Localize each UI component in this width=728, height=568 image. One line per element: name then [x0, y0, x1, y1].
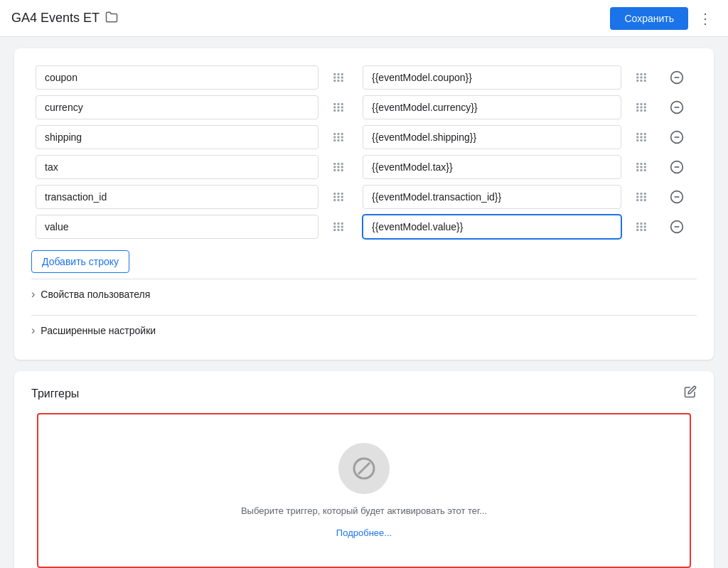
svg-rect-3: [337, 73, 339, 75]
triggers-header: Триггеры: [31, 385, 697, 402]
val-cell-2: [358, 122, 626, 152]
svg-rect-63: [337, 163, 339, 165]
more-options-icon[interactable]: ⋮: [694, 7, 717, 30]
svg-rect-81: [333, 196, 336, 198]
trigger-empty-area[interactable]: Выберите триггер, который будет активиро…: [37, 413, 691, 568]
val-picker-cell-5: [626, 212, 661, 242]
user-properties-section[interactable]: › Свойства пользователя: [31, 279, 697, 309]
svg-rect-5: [337, 80, 339, 82]
val-cell-3: [358, 152, 626, 182]
val-picker-icon-4[interactable]: [630, 186, 653, 208]
svg-rect-92: [640, 193, 642, 195]
key-input-3[interactable]: [36, 155, 318, 179]
key-picker-icon-3[interactable]: [327, 156, 350, 178]
triggers-card: Триггеры Выберите триггер, который будет…: [14, 371, 714, 568]
val-picker-icon-2[interactable]: [630, 126, 653, 149]
main-content: Добавить строку › Свойства пользователя …: [0, 37, 728, 568]
value-input-5[interactable]: [363, 215, 621, 239]
learn-more-link[interactable]: Подробнее...: [336, 527, 392, 538]
svg-rect-47: [341, 136, 343, 139]
val-picker-icon-1[interactable]: [630, 96, 653, 119]
remove-row-icon-1[interactable]: [665, 96, 688, 119]
svg-rect-68: [341, 169, 343, 171]
save-button[interactable]: Сохранить: [610, 7, 688, 30]
advanced-settings-section[interactable]: › Расширенные настройки: [31, 315, 697, 345]
key-input-4[interactable]: [36, 185, 318, 209]
svg-rect-93: [640, 196, 642, 198]
svg-rect-8: [341, 80, 343, 82]
add-row-button[interactable]: Добавить строку: [31, 250, 129, 273]
key-input-2[interactable]: [36, 125, 318, 149]
svg-rect-100: [333, 223, 336, 225]
svg-rect-95: [644, 193, 646, 195]
value-input-0[interactable]: [363, 65, 621, 90]
svg-rect-24: [337, 107, 339, 109]
triggers-title: Триггеры: [31, 387, 79, 400]
remove-cell-4: [661, 182, 697, 212]
key-cell-0: [31, 63, 323, 92]
svg-rect-88: [341, 199, 343, 201]
svg-rect-71: [636, 169, 638, 171]
svg-rect-44: [337, 136, 339, 139]
parameters-table: [31, 63, 697, 242]
remove-row-icon-3[interactable]: [665, 156, 688, 178]
svg-rect-41: [333, 136, 336, 139]
edit-icon[interactable]: [684, 385, 697, 402]
svg-rect-2: [333, 80, 336, 82]
value-input-2[interactable]: [363, 125, 621, 149]
svg-rect-115: [644, 223, 646, 225]
svg-rect-28: [341, 109, 343, 112]
svg-rect-13: [640, 77, 642, 79]
remove-cell-5: [661, 212, 697, 242]
svg-rect-11: [636, 80, 638, 82]
key-input-0[interactable]: [36, 65, 318, 90]
svg-line-121: [358, 463, 370, 474]
user-properties-label: Свойства пользователя: [41, 289, 150, 300]
svg-rect-36: [644, 107, 646, 109]
parameters-card: Добавить строку › Свойства пользователя …: [14, 48, 714, 360]
table-row: [31, 92, 697, 122]
svg-rect-4: [337, 77, 339, 79]
svg-rect-76: [644, 166, 646, 168]
svg-rect-117: [644, 229, 646, 231]
key-input-5[interactable]: [36, 215, 318, 239]
value-input-4[interactable]: [363, 185, 621, 209]
value-input-1[interactable]: [363, 95, 621, 119]
svg-rect-37: [644, 109, 646, 112]
svg-rect-1: [333, 77, 336, 79]
svg-rect-54: [640, 139, 642, 141]
key-picker-icon-4[interactable]: [327, 186, 350, 208]
val-picker-cell-1: [626, 92, 661, 122]
svg-rect-42: [333, 139, 336, 141]
svg-rect-85: [337, 199, 339, 201]
key-picker-cell-1: [323, 92, 358, 122]
svg-rect-113: [640, 226, 642, 228]
svg-rect-35: [644, 103, 646, 105]
key-input-1[interactable]: [36, 95, 318, 119]
svg-rect-61: [333, 166, 336, 168]
svg-rect-105: [337, 229, 339, 231]
key-picker-icon-5[interactable]: [327, 215, 350, 238]
key-picker-icon-0[interactable]: [327, 66, 350, 89]
svg-rect-0: [333, 73, 336, 75]
remove-row-icon-4[interactable]: [665, 186, 688, 208]
remove-row-icon-0[interactable]: [665, 66, 688, 89]
svg-rect-21: [333, 107, 336, 109]
remove-row-icon-2[interactable]: [665, 126, 688, 149]
trigger-empty-text: Выберите триггер, который будет активиро…: [241, 505, 487, 516]
svg-rect-90: [636, 196, 638, 198]
key-picker-icon-1[interactable]: [327, 96, 350, 119]
app-header: GA4 Events ET Сохранить ⋮: [0, 0, 728, 37]
remove-row-icon-5[interactable]: [665, 215, 688, 238]
val-picker-icon-0[interactable]: [630, 66, 653, 89]
svg-rect-15: [644, 73, 646, 75]
folder-icon[interactable]: [105, 11, 118, 26]
svg-rect-60: [333, 163, 336, 165]
key-picker-icon-2[interactable]: [327, 126, 350, 149]
value-input-3[interactable]: [363, 155, 621, 179]
val-picker-icon-3[interactable]: [630, 156, 653, 178]
val-picker-cell-4: [626, 182, 661, 212]
svg-rect-10: [636, 77, 638, 79]
remove-cell-0: [661, 63, 697, 92]
val-picker-icon-5[interactable]: [630, 215, 653, 238]
